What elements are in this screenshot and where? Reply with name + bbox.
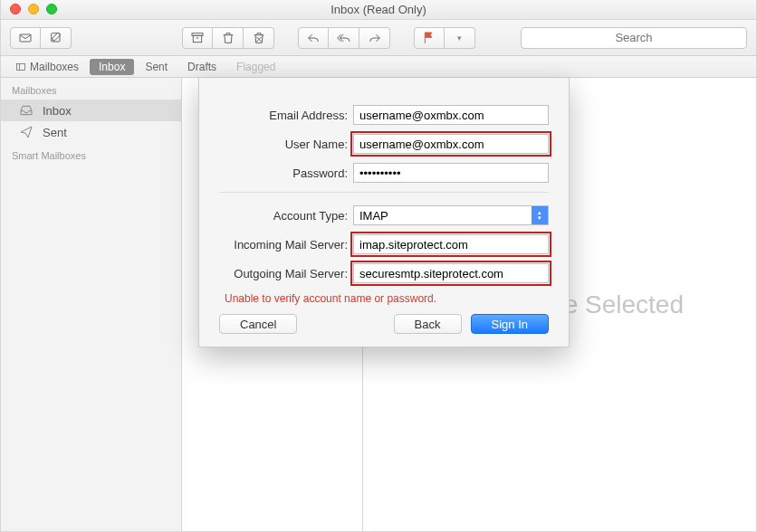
sidebar-item-inbox[interactable]: Inbox [1,100,181,121]
password-field[interactable] [353,163,549,183]
cancel-button[interactable]: Cancel [219,314,297,334]
sidebar-icon [15,62,26,72]
favorites-bar: Mailboxes Inbox Sent Drafts Flagged [1,56,756,78]
label-incoming: Incoming Mail Server: [219,238,353,252]
button-row: Cancel Back Sign In [219,314,549,334]
tab-label: Flagged [236,61,275,73]
label-password: Password: [219,166,353,180]
incoming-server-field[interactable] [353,234,549,254]
titlebar: Inbox (Read Only) [1,0,756,20]
window-title: Inbox (Read Only) [331,3,426,16]
back-button[interactable]: Back [394,314,462,334]
tab-label: Drafts [187,61,216,73]
get-mail-button[interactable] [10,27,41,49]
label-outgoing: Outgoing Mail Server: [219,267,353,280]
sidebar-header-smart: Smart Mailboxes [1,143,181,165]
tab-flagged[interactable]: Flagged [227,59,284,75]
reply-button[interactable] [298,27,329,49]
tab-drafts[interactable]: Drafts [178,59,225,75]
label-account-type: Account Type: [219,209,353,223]
divider [219,192,549,193]
svg-rect-0 [20,34,31,42]
tab-label: Inbox [99,61,125,73]
sidebar: Mailboxes Inbox Sent Smart Mailboxes [1,78,182,531]
forward-icon [368,31,382,45]
flag-icon [422,31,436,45]
select-caret-icon [532,206,548,224]
tab-label: Sent [145,61,168,73]
account-setup-sheet: Email Address: User Name: Password: Acco… [198,78,570,347]
zoom-window-button[interactable] [46,4,57,14]
search-input[interactable] [521,27,747,49]
error-message: Unable to verify account name or passwor… [225,292,549,305]
compose-icon [49,31,63,45]
junk-icon [252,31,266,45]
inbox-icon [19,103,34,118]
archive-button[interactable] [182,27,213,49]
delete-button[interactable] [213,27,244,49]
account-type-value: IMAP [359,209,388,223]
svg-rect-4 [17,63,25,70]
archive-icon [190,31,205,45]
email-field[interactable] [353,105,549,125]
sidebar-item-label: Sent [43,126,67,139]
signin-button[interactable]: Sign In [471,314,549,334]
tab-label: Mailboxes [30,61,79,73]
flag-button[interactable] [414,27,445,49]
label-username: User Name: [219,138,353,151]
sent-icon [19,125,34,139]
compose-button[interactable] [41,27,72,49]
close-window-button[interactable] [10,4,21,14]
chevron-down-icon: ▾ [457,33,462,43]
reply-all-icon [337,31,351,45]
flag-menu-button[interactable]: ▾ [445,27,475,49]
envelope-icon [18,31,33,45]
tab-sent[interactable]: Sent [136,59,177,75]
username-field[interactable] [353,134,549,154]
sidebar-header-mailboxes: Mailboxes [1,78,181,100]
minimize-window-button[interactable] [28,4,39,14]
outgoing-server-field[interactable] [353,263,549,283]
app-window: Inbox (Read Only) [0,0,757,532]
svg-rect-3 [193,35,201,42]
reply-all-button[interactable] [329,27,359,49]
reply-icon [306,31,321,45]
account-type-select[interactable]: IMAP [353,205,549,225]
tab-inbox[interactable]: Inbox [90,59,134,75]
tab-mailboxes[interactable]: Mailboxes [6,59,88,75]
trash-icon [221,31,235,45]
sidebar-item-label: Inbox [43,104,72,118]
window-controls [10,4,57,14]
toolbar: ▾ [1,20,756,56]
junk-button[interactable] [244,27,274,49]
label-email: Email Address: [219,109,353,122]
forward-button[interactable] [359,27,390,49]
sidebar-item-sent[interactable]: Sent [1,121,181,143]
